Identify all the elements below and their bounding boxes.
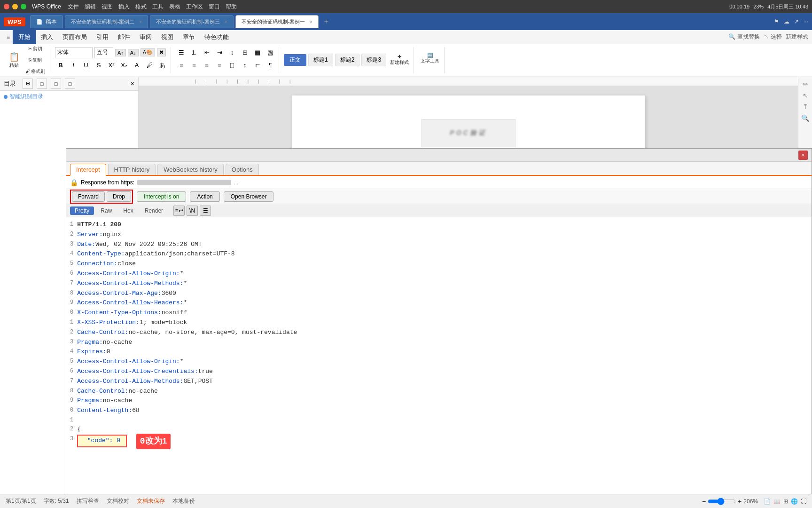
search-toolbar[interactable]: 🔍 查找替换 — [728, 33, 759, 41]
clear-format-btn[interactable]: ✖ — [157, 48, 166, 56]
zoom-slider[interactable] — [708, 498, 736, 505]
burp-tab-ws-history[interactable]: WebSockets history — [157, 164, 224, 175]
style-normal[interactable]: 正文 — [284, 54, 306, 66]
menu-table[interactable]: 表格 — [169, 3, 180, 11]
burp-tab-options[interactable]: Options — [226, 164, 259, 175]
underline-button[interactable]: U — [80, 60, 92, 71]
italic-button[interactable]: I — [68, 60, 79, 71]
shading-btn[interactable]: ▧ — [265, 47, 276, 58]
style-h2[interactable]: 标题2 — [335, 54, 360, 66]
status-text-check[interactable]: 文档校对 — [107, 497, 129, 505]
menu-tools[interactable]: 工具 — [152, 3, 164, 11]
ribbon-tab-layout[interactable]: 页面布局 — [58, 30, 92, 44]
style-h1[interactable]: 标题1 — [308, 54, 333, 66]
format-paint-button[interactable]: 🖌 格式刷 — [23, 66, 47, 77]
ribbon-tab-insert[interactable]: 插入 — [36, 30, 58, 44]
burp-tab-http-history[interactable]: HTTP history — [108, 164, 156, 175]
copy-button[interactable]: ⎘ 复制 — [23, 55, 47, 65]
font-color-btn[interactable]: A🎨 — [141, 48, 155, 56]
tab-draft[interactable]: 📄 稿本 — [30, 15, 63, 28]
border-btn[interactable]: ▦ — [252, 47, 263, 58]
ribbon-tab-review[interactable]: 审阅 — [135, 30, 156, 44]
mac-minimize-dot[interactable] — [12, 4, 18, 9]
superscript-button[interactable]: X² — [106, 60, 117, 71]
font-size-down[interactable]: A↓ — [128, 49, 139, 56]
open-browser-button[interactable]: Open Browser — [224, 191, 274, 202]
mac-close-dot[interactable] — [4, 4, 9, 9]
status-spell[interactable]: 拼写检查 — [77, 497, 99, 505]
right-nav-icon[interactable]: ⤒ — [803, 103, 808, 111]
table-btn[interactable]: ⊞ — [239, 47, 250, 58]
text-tool-btn[interactable]: 🔤 文字工具 — [419, 47, 441, 71]
more-options[interactable]: ··· — [804, 18, 808, 25]
subscript-button[interactable]: X₂ — [118, 60, 130, 71]
font-family-input[interactable] — [55, 47, 93, 58]
menu-edit[interactable]: 编辑 — [85, 3, 96, 11]
view-icon-read[interactable]: 📖 — [773, 498, 781, 505]
tab-case2[interactable]: 不安全的验证码机制-案例二 × — [65, 15, 148, 28]
spacing-btn[interactable]: ↕ — [239, 60, 250, 71]
burp-tab-intercept[interactable]: Intercept — [70, 164, 106, 176]
toc-icon-3[interactable]: □ — [51, 79, 61, 89]
resp-newline-btn[interactable]: \N — [187, 206, 198, 216]
menu-view[interactable]: 视图 — [102, 3, 113, 11]
show-para-btn[interactable]: ¶ — [265, 60, 276, 71]
new-style-ribbon-btn[interactable]: ✚ 新建样式 — [388, 48, 411, 72]
new-style-btn[interactable]: 新建样式 — [786, 33, 808, 41]
tab-case1-close[interactable]: × — [310, 19, 312, 24]
ribbon-tab-section[interactable]: 章节 — [178, 30, 200, 44]
highlight-btn[interactable]: 🖊 — [144, 60, 155, 71]
font-color-btn2[interactable]: A — [131, 60, 142, 71]
resp-more-btn[interactable]: ☰ — [200, 206, 211, 216]
align-left-btn[interactable]: ≡ — [176, 60, 187, 71]
toc-icon-2[interactable]: □ — [37, 79, 47, 89]
ribbon-tab-ref[interactable]: 引用 — [92, 30, 113, 44]
response-body[interactable]: 1 HTTP/1.1 200 2 Server: nginx 3 Date: W… — [66, 217, 812, 508]
align-right-btn[interactable]: ≡ — [201, 60, 212, 71]
col-btn[interactable]: ⎕ — [226, 60, 238, 71]
drop-button[interactable]: Drop — [107, 191, 131, 202]
status-backup[interactable]: 本地备份 — [172, 497, 195, 505]
align-justify-btn[interactable]: ≡ — [214, 60, 225, 71]
resp-tab-hex[interactable]: Hex — [118, 206, 138, 215]
font-size-up[interactable]: A↑ — [115, 49, 126, 56]
resp-tab-raw[interactable]: Raw — [96, 206, 117, 215]
view-icon-page[interactable]: 📄 — [764, 498, 771, 505]
special-indent-btn[interactable]: ⊏ — [252, 60, 263, 71]
mac-maximize-dot[interactable] — [21, 4, 26, 9]
tab-case1[interactable]: 不安全的验证码机制-案例一 × — [235, 15, 319, 28]
list-num-btn[interactable]: 1. — [188, 47, 200, 58]
menu-help[interactable]: 帮助 — [226, 3, 237, 11]
style-h3[interactable]: 标题3 — [361, 54, 386, 66]
burp-close-button[interactable]: × — [798, 151, 808, 160]
select-toolbar[interactable]: ↖ 选择 — [764, 33, 782, 41]
bold-button[interactable]: B — [55, 60, 66, 71]
intercept-on-button[interactable]: Intercept is on — [137, 191, 186, 202]
add-tab-button[interactable]: + — [320, 16, 332, 27]
tab-case3[interactable]: 不安全的验证码机制-案例三 × — [150, 15, 234, 28]
cut-button[interactable]: ✂ 剪切 — [23, 44, 47, 54]
menu-format[interactable]: 格式 — [135, 3, 147, 11]
action-button[interactable]: Action — [190, 191, 219, 202]
menu-file[interactable]: 文件 — [68, 3, 79, 11]
toc-icon-4[interactable]: □ — [65, 79, 75, 89]
align-center-btn[interactable]: ≡ — [188, 60, 200, 71]
tab-case2-close[interactable]: × — [139, 19, 142, 24]
paste-button[interactable]: 📋 粘贴 — [7, 48, 22, 72]
ribbon-tab-start[interactable]: 开始 — [13, 30, 36, 44]
menu-workspace[interactable]: 工作区 — [186, 3, 203, 11]
view-icon-web[interactable]: 🌐 — [791, 498, 798, 505]
ribbon-tab-view[interactable]: 视图 — [156, 30, 178, 44]
menu-window[interactable]: 窗口 — [209, 3, 220, 11]
sidebar-close-btn[interactable]: × — [131, 80, 134, 87]
ribbon-tab-features[interactable]: 特色功能 — [200, 30, 234, 44]
font-size-input[interactable] — [94, 47, 113, 58]
resp-tab-pretty[interactable]: Pretty — [70, 206, 94, 215]
resp-tab-render[interactable]: Render — [140, 206, 168, 215]
menu-insert[interactable]: 插入 — [118, 3, 130, 11]
zoom-out-button[interactable]: − — [702, 498, 706, 505]
phonetic-btn[interactable]: あ — [156, 60, 168, 71]
indent-right-btn[interactable]: ⇥ — [214, 47, 225, 58]
view-icon-full[interactable]: ⛶ — [801, 498, 806, 505]
strikethrough-button[interactable]: S — [93, 60, 104, 71]
